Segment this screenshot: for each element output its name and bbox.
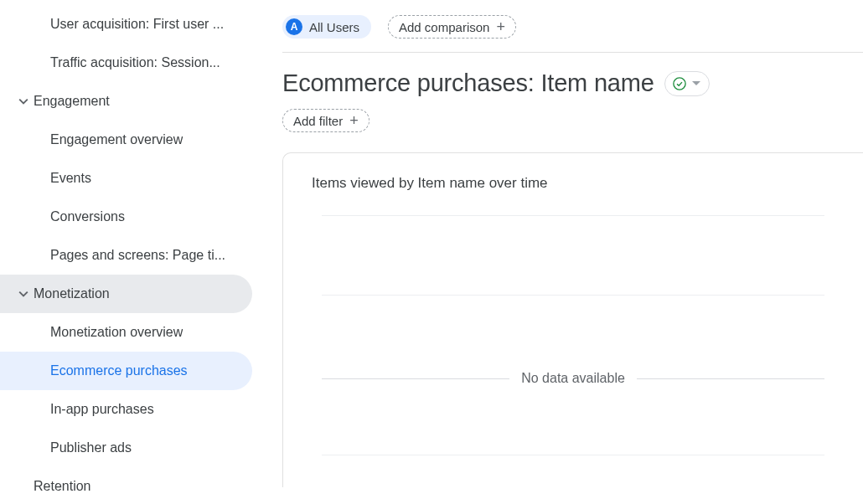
nav-section-engagement[interactable]: Engagement bbox=[0, 82, 252, 121]
nav-item-label: Publisher ads bbox=[50, 440, 132, 455]
chart-area: No data available bbox=[312, 215, 835, 455]
nav-item-engagement-overview[interactable]: Engagement overview bbox=[0, 121, 252, 159]
check-circle-icon bbox=[672, 76, 687, 91]
nav-item-user-acquisition[interactable]: User acquisition: First user ... bbox=[0, 5, 252, 44]
report-nav-sidebar: User acquisition: First user ... Traffic… bbox=[0, 0, 264, 504]
plus-icon: + bbox=[496, 19, 505, 34]
nav-item-label: Engagement bbox=[34, 94, 110, 109]
nav-item-label: Events bbox=[50, 171, 91, 186]
nav-item-ecommerce-purchases[interactable]: Ecommerce purchases bbox=[0, 352, 252, 390]
add-filter-button[interactable]: Add filter + bbox=[282, 109, 369, 132]
segment-badge-icon: A bbox=[286, 18, 302, 35]
nav-item-monetization-overview[interactable]: Monetization overview bbox=[0, 313, 252, 352]
segment-chip-all-users[interactable]: A All Users bbox=[282, 15, 371, 39]
nav-item-label: Pages and screens: Page ti... bbox=[50, 248, 225, 263]
chart-title: Items viewed by Item name over time bbox=[312, 175, 835, 192]
title-row: Ecommerce purchases: Item name bbox=[282, 69, 863, 97]
nav-section-retention[interactable]: Retention bbox=[0, 467, 252, 504]
add-filter-label: Add filter bbox=[293, 114, 343, 128]
nav-item-label: Engagement overview bbox=[50, 132, 183, 147]
nav-item-label: Ecommerce purchases bbox=[50, 363, 188, 378]
main-content: A All Users Add comparison + Ecommerce p… bbox=[264, 0, 863, 504]
nav-item-label: Monetization overview bbox=[50, 325, 183, 340]
filters-row: Add filter + bbox=[282, 109, 863, 132]
divider-rule bbox=[637, 378, 824, 379]
data-quality-dropdown[interactable] bbox=[664, 71, 710, 96]
add-comparison-button[interactable]: Add comparison + bbox=[388, 15, 516, 39]
page-title: Ecommerce purchases: Item name bbox=[282, 69, 654, 97]
nav-item-label: Traffic acquisition: Session... bbox=[50, 55, 220, 70]
nav-item-traffic-acquisition[interactable]: Traffic acquisition: Session... bbox=[0, 44, 252, 82]
chart-card: Items viewed by Item name over time No d… bbox=[282, 152, 863, 487]
nav-item-label: User acquisition: First user ... bbox=[50, 17, 224, 32]
chart-gridline bbox=[322, 215, 824, 216]
no-data-text: No data available bbox=[521, 371, 625, 386]
nav-item-publisher-ads[interactable]: Publisher ads bbox=[0, 429, 252, 467]
comparison-bar: A All Users Add comparison + bbox=[282, 15, 863, 53]
nav-item-label: Monetization bbox=[34, 286, 110, 301]
nav-item-label: In-app purchases bbox=[50, 402, 154, 417]
svg-point-0 bbox=[674, 77, 685, 89]
nav-item-pages-screens[interactable]: Pages and screens: Page ti... bbox=[0, 236, 252, 275]
plus-icon: + bbox=[349, 113, 359, 128]
divider-rule bbox=[322, 378, 509, 379]
caret-down-icon bbox=[692, 81, 700, 85]
nav-section-monetization[interactable]: Monetization bbox=[0, 275, 252, 313]
nav-item-conversions[interactable]: Conversions bbox=[0, 198, 252, 236]
nav-item-label: Conversions bbox=[50, 209, 125, 224]
nav-item-label: Retention bbox=[34, 479, 91, 494]
chevron-down-icon bbox=[13, 96, 34, 106]
no-data-divider: No data available bbox=[312, 371, 835, 386]
add-comparison-label: Add comparison bbox=[399, 20, 489, 34]
chart-gridline bbox=[322, 295, 824, 296]
chart-gridline bbox=[322, 455, 824, 455]
segment-label: All Users bbox=[309, 20, 359, 34]
nav-item-events[interactable]: Events bbox=[0, 159, 252, 198]
chevron-down-icon bbox=[13, 289, 34, 299]
nav-item-in-app-purchases[interactable]: In-app purchases bbox=[0, 390, 252, 429]
